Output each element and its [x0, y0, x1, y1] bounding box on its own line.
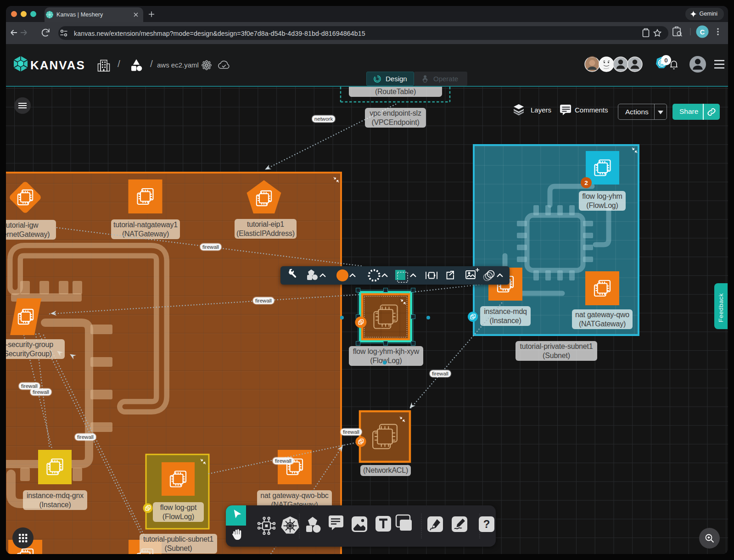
svg-text:C: C [700, 28, 705, 36]
svg-text:?: ? [483, 518, 490, 530]
svg-text:0: 0 [664, 57, 668, 64]
svg-text:2: 2 [584, 179, 588, 186]
svg-text:Layers: Layers [531, 106, 551, 114]
svg-text:Comments: Comments [575, 106, 608, 114]
